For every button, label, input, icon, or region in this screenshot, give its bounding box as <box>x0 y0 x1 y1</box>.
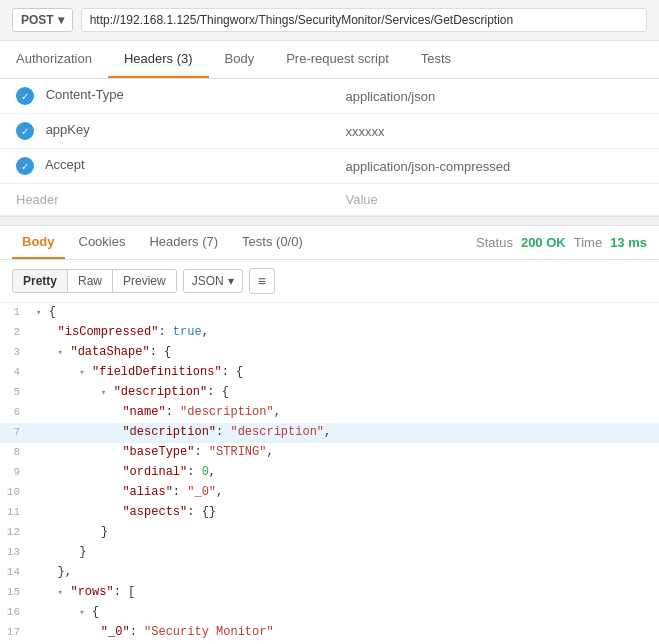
token-punc: , <box>202 325 209 339</box>
format-icon-button[interactable]: ≡ <box>249 268 275 294</box>
header-value-footer: Value <box>330 184 660 216</box>
time-value: 13 ms <box>610 235 647 250</box>
code-line: 13 } <box>0 543 659 563</box>
list-icon: ≡ <box>258 273 266 289</box>
token-indent <box>36 485 122 499</box>
token-punc: } <box>79 545 86 559</box>
line-content: } <box>32 523 659 542</box>
token-key: "rows" <box>70 585 113 599</box>
line-number: 11 <box>0 503 32 522</box>
code-line: 16 ▾ { <box>0 603 659 623</box>
method-button[interactable]: POST ▾ <box>12 8 73 32</box>
line-content: "description": "description", <box>32 423 659 442</box>
tab-authorization[interactable]: Authorization <box>0 41 108 78</box>
time-label: Time <box>574 235 602 250</box>
token-string: "Security Monitor" <box>144 625 274 639</box>
code-line: 7 "description": "description", <box>0 423 659 443</box>
line-content: "alias": "_0", <box>32 483 659 502</box>
header-value-cell: application/json <box>330 79 660 114</box>
token-punc: : <box>187 465 201 479</box>
json-select[interactable]: JSON ▾ <box>183 269 243 293</box>
token-key: "_0" <box>101 625 130 639</box>
raw-button[interactable]: Raw <box>68 270 113 292</box>
format-group: Pretty Raw Preview <box>12 269 177 293</box>
response-tab-body[interactable]: Body <box>12 226 65 259</box>
line-number: 12 <box>0 523 32 542</box>
token-fold: ▾ <box>79 368 90 378</box>
method-chevron: ▾ <box>58 13 64 27</box>
token-key: "description" <box>114 385 208 399</box>
token-key: "isCompressed" <box>58 325 159 339</box>
url-input[interactable] <box>81 8 647 32</box>
token-punc: : { <box>207 385 229 399</box>
code-line: 10 "alias": "_0", <box>0 483 659 503</box>
token-indent <box>36 565 58 579</box>
token-punc: , <box>324 425 331 439</box>
line-content: ▾ "description": { <box>32 383 659 402</box>
token-number: 0 <box>202 465 209 479</box>
code-line: 3 ▾ "dataShape": { <box>0 343 659 363</box>
line-content: } <box>32 543 659 562</box>
code-line: 8 "baseType": "STRING", <box>0 443 659 463</box>
token-string: "description" <box>180 405 274 419</box>
response-tab-tests[interactable]: Tests (0/0) <box>232 226 313 259</box>
token-indent <box>36 445 122 459</box>
response-tab-headers7[interactable]: Headers (7) <box>139 226 228 259</box>
line-number: 7 <box>0 423 32 442</box>
token-indent <box>36 505 122 519</box>
header-row: ✓ Accept application/json-compressed <box>0 149 659 184</box>
token-punc: : {} <box>187 505 216 519</box>
tab-headers[interactable]: Headers (3) <box>108 41 209 78</box>
tab-prerequest[interactable]: Pre-request script <box>270 41 405 78</box>
line-number: 16 <box>0 603 32 622</box>
token-punc: : [ <box>114 585 136 599</box>
line-content: "name": "description", <box>32 403 659 422</box>
token-string: "_0" <box>187 485 216 499</box>
token-punc: : <box>130 625 144 639</box>
header-key-cell: ✓ Content-Type <box>0 79 330 114</box>
line-number: 4 <box>0 363 32 382</box>
token-punc: }, <box>58 565 72 579</box>
code-line: 11 "aspects": {} <box>0 503 659 523</box>
code-line: 2 "isCompressed": true, <box>0 323 659 343</box>
header-row: ✓ Content-Type application/json <box>0 79 659 114</box>
token-punc: : <box>166 405 180 419</box>
token-indent <box>36 465 122 479</box>
header-key-cell: ✓ Accept <box>0 149 330 184</box>
json-chevron: ▾ <box>228 274 234 288</box>
tab-body[interactable]: Body <box>209 41 271 78</box>
line-content: "ordinal": 0, <box>32 463 659 482</box>
line-content: ▾ "fieldDefinitions": { <box>32 363 659 382</box>
preview-button[interactable]: Preview <box>113 270 176 292</box>
token-key: "description" <box>122 425 216 439</box>
response-tab-cookies[interactable]: Cookies <box>69 226 136 259</box>
token-fold: ▾ <box>36 308 47 318</box>
check-icon: ✓ <box>16 122 34 140</box>
token-key: "baseType" <box>122 445 194 459</box>
token-indent <box>36 425 122 439</box>
token-key: "dataShape" <box>70 345 149 359</box>
tab-tests[interactable]: Tests <box>405 41 467 78</box>
check-icon: ✓ <box>16 87 34 105</box>
line-content: "aspects": {} <box>32 503 659 522</box>
pretty-button[interactable]: Pretty <box>13 270 68 292</box>
line-number: 13 <box>0 543 32 562</box>
token-punc: : <box>194 445 208 459</box>
line-number: 8 <box>0 443 32 462</box>
token-punc: : <box>158 325 172 339</box>
header-value-cell: xxxxxx <box>330 114 660 149</box>
line-number: 9 <box>0 463 32 482</box>
code-area: 1▾ {2 "isCompressed": true,3 ▾ "dataShap… <box>0 303 659 644</box>
code-line: 5 ▾ "description": { <box>0 383 659 403</box>
code-line: 12 } <box>0 523 659 543</box>
token-punc: } <box>101 525 108 539</box>
line-content: ▾ { <box>32 603 659 622</box>
token-indent <box>36 325 58 339</box>
header-key: appKey <box>46 122 90 137</box>
code-line: 4 ▾ "fieldDefinitions": { <box>0 363 659 383</box>
response-tabs: Body Cookies Headers (7) Tests (0/0) Sta… <box>0 226 659 260</box>
header-value-cell: application/json-compressed <box>330 149 660 184</box>
line-number: 15 <box>0 583 32 602</box>
token-indent <box>36 365 79 379</box>
token-indent <box>36 625 101 639</box>
